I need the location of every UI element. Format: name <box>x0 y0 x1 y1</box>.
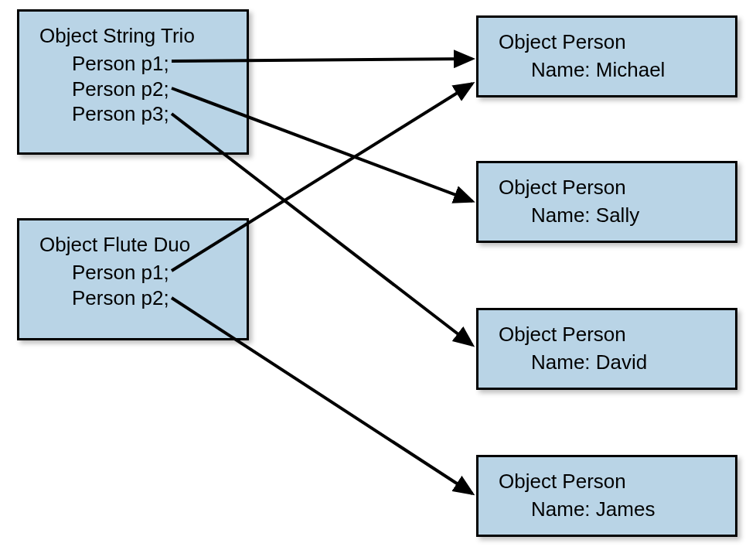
box-person-michael: Object Person Name: Michael <box>476 15 737 97</box>
box-person-david: Object Person Name: David <box>476 308 737 390</box>
box-title: Object Person <box>499 176 715 200</box>
box-title: Object Person <box>499 323 715 347</box>
member-p2: Person p2; <box>39 285 226 311</box>
box-title: Object Flute Duo <box>39 233 226 257</box>
box-title: Object Person <box>499 30 715 54</box>
object-reference-diagram: Object String Trio Person p1; Person p2;… <box>0 0 756 557</box>
box-person-sally: Object Person Name: Sally <box>476 161 737 243</box>
box-title: Object Person <box>499 470 715 494</box>
box-string-trio: Object String Trio Person p1; Person p2;… <box>17 9 249 155</box>
person-name: Name: Sally <box>499 203 715 228</box>
member-p3: Person p3; <box>39 101 226 127</box>
person-name: Name: James <box>499 497 715 522</box>
box-person-james: Object Person Name: James <box>476 455 737 537</box>
box-title: Object String Trio <box>39 24 226 48</box>
member-p2: Person p2; <box>39 77 226 102</box>
box-flute-duo: Object Flute Duo Person p1; Person p2; <box>17 218 249 340</box>
person-name: Name: Michael <box>499 57 715 83</box>
person-name: Name: David <box>499 350 715 375</box>
member-p1: Person p1; <box>39 260 226 285</box>
member-p1: Person p1; <box>39 51 226 77</box>
